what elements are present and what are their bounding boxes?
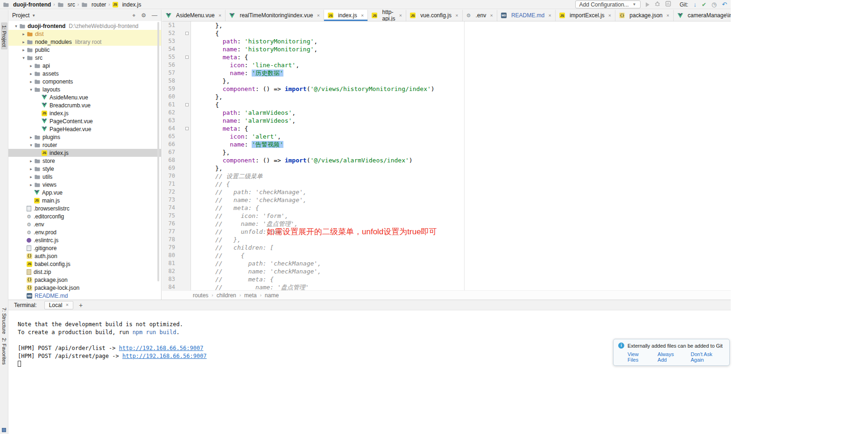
editor-tab[interactable]: realTimeMonitoring\index.vue✕ (226, 10, 324, 21)
tree-item[interactable]: PageHeader.vue (8, 125, 161, 133)
code-line[interactable]: 75 // icon: 'form', (162, 212, 731, 220)
chevron-collapsed-icon[interactable]: ▸ (21, 40, 27, 44)
code-line[interactable]: 63 name: 'alarmVideos', (162, 117, 731, 125)
code-line[interactable]: 84 // name: '盘点管理' (162, 283, 731, 290)
project-panel-title[interactable]: Project (12, 12, 29, 19)
notification-action-link[interactable]: Don't Ask Again (691, 351, 725, 363)
chevron-down-icon[interactable]: ▼ (32, 14, 35, 18)
code-line[interactable]: 72 // path: 'checkManage', (162, 188, 731, 196)
tree-item[interactable]: JSbabel.config.js (8, 260, 161, 268)
editor-tab[interactable]: JSindex.js✕ (324, 10, 368, 21)
editor-breadcrumb-item[interactable]: routes (193, 292, 208, 299)
code-line[interactable]: 54 name: 'historyMonitoring', (162, 45, 731, 53)
tree-item[interactable]: ⚙.env.prod (8, 228, 161, 236)
code-line[interactable]: 59 component: () => import('@/views/hist… (162, 85, 731, 93)
code-editor[interactable]: 51 },52 {53 path: 'historyMonitoring',54… (162, 21, 731, 290)
tree-item[interactable]: ▸api (8, 62, 161, 70)
tree-item[interactable]: ▾duoji-frontendD:\zheheWeb\duoji-fronten… (8, 22, 161, 30)
close-tab-icon[interactable]: ✕ (317, 14, 320, 18)
chevron-collapsed-icon[interactable]: ▸ (28, 63, 34, 68)
tree-item[interactable]: ▸components (8, 77, 161, 85)
tree-item[interactable]: {}auth.json (8, 252, 161, 260)
chevron-collapsed-icon[interactable]: ▸ (28, 175, 34, 179)
terminal-tab-local[interactable]: Local ✕ (44, 301, 73, 309)
code-line[interactable]: 69 }, (162, 164, 731, 172)
code-line[interactable]: 80 // { (162, 252, 731, 259)
tree-item[interactable]: ▾layouts (8, 85, 161, 93)
code-line[interactable]: 79 // children: [ (162, 244, 731, 252)
terminal-link[interactable]: http://192.168.66.56:9007 (119, 345, 204, 351)
fold-marker-icon[interactable] (185, 103, 189, 106)
editor-tab[interactable]: cameraManage\index.vue✕ (674, 10, 731, 21)
chevron-expanded-icon[interactable]: ▾ (28, 87, 34, 92)
code-line[interactable]: 81 // path: 'checkManage', (162, 259, 731, 267)
fold-marker-icon[interactable] (185, 127, 189, 130)
chevron-expanded-icon[interactable]: ▾ (21, 56, 27, 60)
code-line[interactable]: 57 name: '历史数据' (162, 69, 731, 77)
terminal-title[interactable]: Terminal: (14, 302, 37, 308)
close-tab-icon[interactable]: ✕ (219, 14, 222, 18)
code-line[interactable]: 55 meta: { (162, 53, 731, 61)
gear-icon[interactable]: ⚙ (141, 12, 146, 19)
close-tab-icon[interactable]: ✕ (548, 14, 551, 18)
close-tab-icon[interactable]: ✕ (361, 14, 364, 18)
tree-item[interactable]: {}package.json (8, 276, 161, 284)
chevron-collapsed-icon[interactable]: ▸ (28, 79, 34, 84)
code-line[interactable]: 53 path: 'historyMonitoring', (162, 37, 731, 45)
terminal-output[interactable]: Note that the development build is not o… (8, 310, 731, 434)
fold-marker-icon[interactable] (185, 32, 189, 35)
toolwindow-project-button[interactable]: 1: Project (1, 22, 7, 49)
profiler-icon[interactable] (665, 1, 671, 8)
code-line[interactable]: 73 // name: 'checkManage', (162, 196, 731, 204)
close-tab-icon[interactable]: ✕ (399, 14, 402, 18)
tree-item[interactable]: JSindex.js (8, 149, 161, 157)
chevron-collapsed-icon[interactable]: ▸ (21, 32, 27, 36)
code-line[interactable]: 66 name: '告警视频' (162, 140, 731, 148)
git-commit-icon[interactable]: ✔ (702, 1, 706, 8)
code-line[interactable]: 58 }, (162, 77, 731, 85)
chevron-collapsed-icon[interactable]: ▸ (28, 167, 34, 171)
editor-breadcrumb-item[interactable]: meta (244, 292, 257, 299)
breadcrumb-item[interactable]: router (81, 1, 106, 8)
code-line[interactable]: 62 path: 'alarmVideos', (162, 109, 731, 117)
debug-icon[interactable] (655, 1, 660, 8)
tree-item[interactable]: ⚙.editorconfig (8, 212, 161, 220)
breadcrumb-item[interactable]: src (57, 1, 75, 8)
terminal-link[interactable]: http://192.168.66.56:9007 (122, 353, 207, 359)
tree-item[interactable]: ▸node_moduleslibrary root (8, 38, 161, 46)
tree-item[interactable]: ▸assets (8, 70, 161, 77)
tree-item[interactable]: ▸store (8, 157, 161, 165)
chevron-expanded-icon[interactable]: ▾ (28, 143, 34, 147)
tree-item[interactable]: dist.zip (8, 268, 161, 276)
editor-tab[interactable]: JSimportExcel.js✕ (556, 10, 615, 21)
close-icon[interactable]: ✕ (65, 303, 69, 307)
tree-item[interactable]: ▸dist (8, 30, 161, 38)
chevron-collapsed-icon[interactable]: ▸ (28, 159, 34, 163)
close-tab-icon[interactable]: ✕ (608, 14, 612, 18)
tree-item[interactable]: ▸plugins (8, 133, 161, 141)
tree-item[interactable]: ▸style (8, 165, 161, 173)
code-line[interactable]: 68 component: () => import('@/views/alar… (162, 156, 731, 164)
code-line[interactable]: 60 }, (162, 93, 731, 101)
breadcrumb-item[interactable]: duoji-frontend (3, 1, 51, 8)
code-line[interactable]: 74 // meta: { (162, 204, 731, 212)
chevron-collapsed-icon[interactable]: ▸ (28, 71, 34, 76)
tree-item[interactable]: ▸utils (8, 173, 161, 181)
toolwindow-toggle-icon[interactable] (2, 428, 6, 432)
code-line[interactable]: 64 meta: { (162, 125, 731, 133)
locate-file-icon[interactable]: ⌖ (132, 12, 135, 19)
close-tab-icon[interactable]: ✕ (490, 14, 493, 18)
tree-item[interactable]: ▸views (8, 181, 161, 189)
code-line[interactable]: 52 { (162, 29, 731, 37)
code-line[interactable]: 70 // 设置二级菜单 (162, 172, 731, 180)
close-tab-icon[interactable]: ✕ (455, 14, 459, 18)
editor-tab[interactable]: JSvue.config.js✕ (406, 10, 462, 21)
code-line[interactable]: 65 icon: 'alert', (162, 133, 731, 140)
history-icon[interactable]: ◷ (712, 1, 717, 8)
tree-item[interactable]: .gitignore (8, 244, 161, 252)
code-line[interactable]: 71 // { (162, 180, 731, 188)
fold-marker-icon[interactable] (185, 56, 189, 59)
code-line[interactable]: 77 // unfold:true (162, 228, 731, 236)
code-line[interactable]: 83 // meta: { (162, 275, 731, 283)
code-line[interactable]: 61 { (162, 101, 731, 109)
